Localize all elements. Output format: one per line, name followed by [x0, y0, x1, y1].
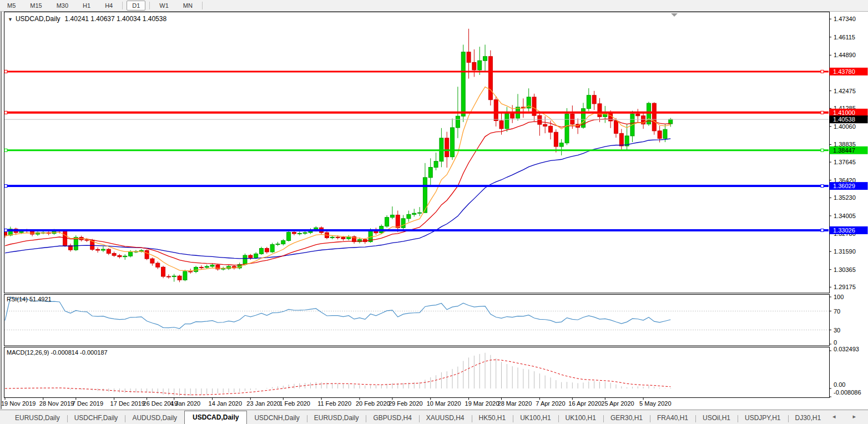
svg-text:0.00: 0.00: [834, 381, 845, 388]
chart-tab-bar: EURUSD,DailyUSDCHF,DailyAUDUSD,DailyUSDC…: [0, 410, 868, 424]
svg-text:30: 30: [834, 327, 840, 334]
main-panel-border: [4, 12, 830, 294]
svg-text:17 Dec 2019: 17 Dec 2019: [110, 400, 145, 407]
horizontal-line-1.43780[interactable]: 1.43780: [4, 68, 868, 75]
chart-tab-usdcad-daily[interactable]: USDCAD,Daily: [184, 411, 247, 424]
svg-text:25 Apr 2020: 25 Apr 2020: [601, 400, 634, 407]
svg-text:1.30365: 1.30365: [834, 266, 856, 273]
svg-text:1.40538: 1.40538: [833, 116, 855, 123]
svg-text:4 Jan 2020: 4 Jan 2020: [170, 400, 200, 407]
svg-text:1.46115: 1.46115: [834, 34, 855, 41]
macd-indicator-label: MACD(12,26,9) -0.000814 -0.000187: [7, 349, 108, 356]
chart-tab-xauusd-h4[interactable]: XAUUSD,H4: [419, 412, 472, 424]
svg-text:1.47340: 1.47340: [834, 16, 856, 22]
chart-tab-dj30-h1[interactable]: DJ30,H1: [788, 412, 829, 424]
ma-slow-line[interactable]: [5, 139, 670, 259]
svg-text:70: 70: [834, 308, 840, 315]
horizontal-line-1.36029[interactable]: 1.36029: [4, 182, 868, 190]
svg-text:1 Feb 2020: 1 Feb 2020: [279, 400, 310, 407]
macd-panel: 0.0324930.00-0.008086: [5, 346, 861, 397]
svg-text:28 Mar 2020: 28 Mar 2020: [498, 400, 532, 407]
rsi-indicator-label: RSI(14) 51.4921: [7, 296, 52, 302]
svg-text:1.36029: 1.36029: [833, 183, 855, 189]
chart-shift-marker-icon[interactable]: [671, 13, 678, 17]
rsi-panel-border: [4, 295, 830, 346]
svg-text:28 Nov 2019: 28 Nov 2019: [39, 400, 74, 407]
svg-text:1.43780: 1.43780: [833, 68, 855, 75]
chart-tab-fra40-h1[interactable]: FRA40,H1: [650, 412, 695, 424]
svg-text:1.31590: 1.31590: [834, 248, 856, 255]
svg-text:10 Mar 2020: 10 Mar 2020: [427, 400, 461, 407]
svg-text:1.35230: 1.35230: [834, 194, 856, 201]
horizontal-line-1.33026[interactable]: 1.33026: [4, 226, 868, 234]
chart-tab-eurusd-daily[interactable]: EURUSD,Daily: [8, 412, 67, 424]
chart-tab-usdchf-daily[interactable]: USDCHF,Daily: [67, 412, 125, 424]
svg-text:-0.008086: -0.008086: [834, 389, 861, 396]
svg-text:1.29175: 1.29175: [834, 284, 856, 290]
chevron-down-icon[interactable]: ▼: [8, 17, 13, 22]
svg-text:7 Dec 2019: 7 Dec 2019: [72, 400, 103, 407]
svg-text:0: 0: [834, 339, 837, 346]
macd-signal-line: [5, 360, 670, 395]
chart-tab-usoil-h1[interactable]: USOil,H1: [695, 412, 738, 424]
chart-tab-eurusd-daily[interactable]: EURUSD,Daily: [307, 412, 366, 424]
svg-text:23 Jan 2020: 23 Jan 2020: [246, 400, 280, 407]
current-price-marker: 1.40538: [4, 115, 868, 123]
chart-tab-hk50-h1[interactable]: HK50,H1: [472, 412, 513, 424]
svg-text:1.44890: 1.44890: [834, 52, 856, 58]
svg-text:1.41000: 1.41000: [833, 109, 855, 116]
rsi-line: [5, 297, 670, 329]
svg-text:19 Nov 2019: 19 Nov 2019: [1, 400, 36, 407]
svg-text:1.37645: 1.37645: [834, 159, 856, 165]
trading-app-window: M5M15M30H1H4D1W1MN 1.473401.461151.44890…: [0, 0, 868, 424]
svg-text:11 Feb 2020: 11 Feb 2020: [317, 400, 351, 407]
svg-text:5 May 2020: 5 May 2020: [639, 400, 671, 407]
macd-panel-border: [4, 347, 830, 398]
chart-symbol-label: USDCAD,Daily: [16, 15, 60, 23]
chart-ohlc-values: 1.40241 1.40637 1.40034 1.40538: [65, 15, 167, 23]
chart-title: ▼USDCAD,Daily1.40241 1.40637 1.40034 1.4…: [8, 15, 166, 23]
candlesticks: [3, 29, 673, 282]
chart-tab-uk100-h1[interactable]: UK100,H1: [558, 412, 603, 424]
chart-tab-gbpusd-h4[interactable]: GBPUSD,H4: [366, 412, 418, 424]
rsi-panel: 10070300: [4, 294, 844, 346]
svg-text:0.032493: 0.032493: [834, 346, 859, 352]
chart-tab-uk100-h1[interactable]: UK100,H1: [513, 412, 558, 424]
tab-scroll-arrows[interactable]: ◂ ▸: [832, 413, 864, 420]
svg-text:20 Feb 2020: 20 Feb 2020: [356, 400, 390, 407]
svg-text:29 Feb 2020: 29 Feb 2020: [388, 400, 423, 407]
svg-text:1.42475: 1.42475: [834, 88, 856, 94]
svg-text:100: 100: [834, 294, 844, 300]
svg-text:16 Apr 2020: 16 Apr 2020: [568, 400, 601, 407]
ma-mid-line[interactable]: [5, 119, 670, 265]
horizontal-line-1.41000[interactable]: 1.41000: [4, 109, 868, 117]
date-axis: 19 Nov 201928 Nov 20197 Dec 201917 Dec 2…: [1, 398, 672, 407]
svg-text:7 Apr 2020: 7 Apr 2020: [536, 400, 565, 407]
chart-tab-usdcnh-daily[interactable]: USDCNH,Daily: [247, 412, 306, 424]
svg-text:1.34005: 1.34005: [834, 213, 856, 219]
chart-tab-ger30-h1[interactable]: GER30,H1: [603, 412, 650, 424]
svg-text:1.33026: 1.33026: [833, 227, 855, 234]
chart-canvas[interactable]: 1.473401.461151.448901.436651.424751.412…: [0, 0, 868, 424]
svg-text:19 Mar 2020: 19 Mar 2020: [465, 400, 499, 407]
svg-text:1.40060: 1.40060: [834, 123, 856, 130]
chart-tab-usdjpy-h1[interactable]: USDJPY,H1: [738, 412, 788, 424]
svg-text:14 Jan 2020: 14 Jan 2020: [209, 400, 243, 407]
svg-text:1.38447: 1.38447: [833, 147, 855, 154]
chart-tab-audusd-daily[interactable]: AUDUSD,Daily: [125, 412, 184, 424]
